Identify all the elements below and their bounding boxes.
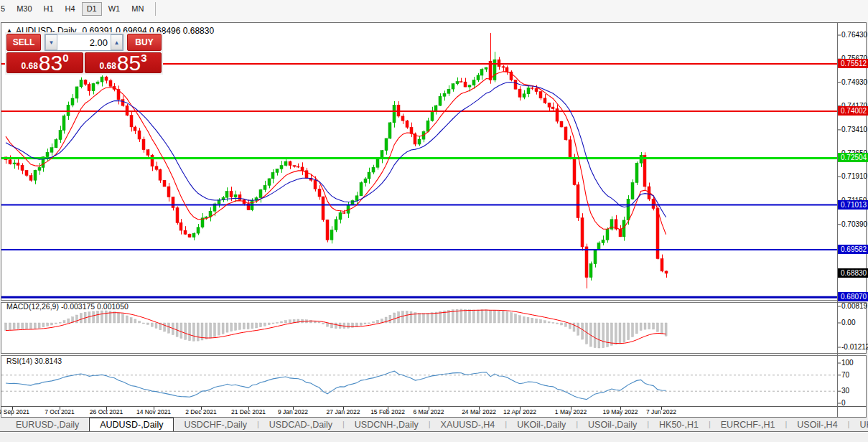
timeframe-button-h4[interactable]: H4 xyxy=(60,2,80,16)
chart-canvas[interactable] xyxy=(1,22,867,418)
buy-price-big-digits: 85 xyxy=(117,52,141,73)
timeframe-toolbar: 5M30H1H4D1W1MN xyxy=(0,0,868,22)
trading-terminal: 5M30H1H4D1W1MN ▲AUDUSD-,Daily0.69391 0.6… xyxy=(0,0,868,442)
arrow-down-icon: ▼ xyxy=(49,39,55,46)
price-axis-divider xyxy=(837,23,838,417)
rsi-value: 30.8143 xyxy=(34,357,62,365)
date-axis-strip xyxy=(1,407,866,417)
timeframe-button-mn[interactable]: MN xyxy=(126,2,149,16)
status-strip xyxy=(0,432,868,442)
sell-price-pip-digit: 0 xyxy=(62,52,68,64)
timeframe-button-h1[interactable]: H1 xyxy=(39,2,59,16)
sell-price-big-digits: 83 xyxy=(39,52,62,73)
tab-hk50-h1[interactable]: HK50-,H1 xyxy=(649,418,709,431)
buy-price-prefix: 0.68 xyxy=(99,61,116,71)
volume-decrease-button[interactable]: ▼ xyxy=(45,34,57,50)
rsi-date-divider xyxy=(1,406,867,407)
macd-name: MACD(12,26,9) xyxy=(6,302,59,311)
buy-button[interactable]: BUY xyxy=(127,34,162,51)
timeframe-button-w1[interactable]: W1 xyxy=(103,2,126,16)
timeframe-button-5[interactable]: 5 xyxy=(0,2,10,16)
rsi-name: RSI(14) xyxy=(6,357,32,365)
volume-spinner: ▼ ▲ xyxy=(45,34,123,51)
rsi-indicator-label: RSI(14) 30.8143 xyxy=(6,357,62,365)
tab-eurchf-h1[interactable]: EURCHF-,H1 xyxy=(711,418,785,431)
tab-usdchf-daily[interactable]: USDCHF-,Daily xyxy=(174,418,257,431)
macd-signal-value: 0.001050 xyxy=(97,302,129,311)
timeframe-button-d1[interactable]: D1 xyxy=(82,2,102,16)
tab-ukoil-h4[interactable]: UKOil-,H4 xyxy=(849,418,868,431)
tab-eurusd-daily[interactable]: EURUSD-,Daily xyxy=(6,418,89,431)
tab-xauusd-h4[interactable]: XAUUSD-,H4 xyxy=(431,418,505,431)
tab-usoil-h4[interactable]: USOil-,H4 xyxy=(787,418,847,431)
sell-button[interactable]: SELL xyxy=(6,34,41,51)
sell-price-prefix: 0.68 xyxy=(21,61,37,71)
pane-splitter-macd[interactable] xyxy=(1,300,867,303)
buy-price-display[interactable]: 0.68 85 3 xyxy=(85,52,162,73)
sell-price-display[interactable]: 0.68 83 0 xyxy=(6,52,83,73)
tab-audusd-daily[interactable]: AUDUSD-,Daily xyxy=(89,418,174,431)
tab-usdcad-daily[interactable]: USDCAD-,Daily xyxy=(259,418,342,431)
buy-price-pip-digit: 3 xyxy=(141,52,146,64)
macd-main-value: -0.003175 xyxy=(61,302,95,311)
macd-indicator-label: MACD(12,26,9) -0.003175 0.001050 xyxy=(6,302,129,311)
symbol-tab-bar: EURUSD-,DailyAUDUSD-,DailyUSDCHF-,Daily|… xyxy=(0,418,868,432)
toolbar-separator xyxy=(155,2,156,16)
tab-usdcnh-daily[interactable]: USDCNH-,Daily xyxy=(345,418,429,431)
tab-ukoil-daily[interactable]: UKOil-,Daily xyxy=(507,418,576,431)
pane-splitter-rsi[interactable] xyxy=(1,353,867,356)
volume-increase-button[interactable]: ▲ xyxy=(111,34,123,50)
arrow-up-icon: ▲ xyxy=(114,39,120,46)
one-click-trading-panel: SELL ▼ ▲ BUY 0.68 83 0 0.68 85 3 xyxy=(5,32,163,75)
timeframe-button-m30[interactable]: M30 xyxy=(11,2,37,16)
volume-input[interactable] xyxy=(57,34,111,50)
tab-usoil-daily[interactable]: USOil-,Daily xyxy=(578,418,647,431)
